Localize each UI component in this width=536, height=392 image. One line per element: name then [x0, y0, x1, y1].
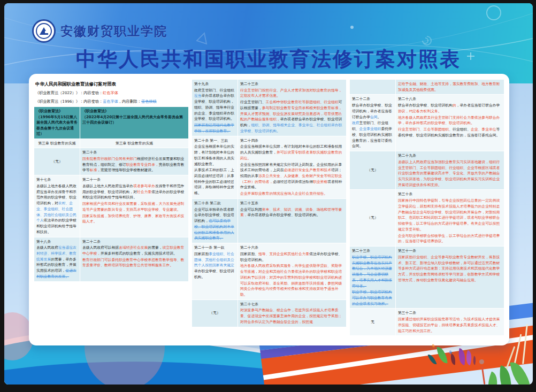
- comparison-row: 第十九条政府主管部门、行业组织应当举办或者联合举办职业学校、职业培训机构，组织、…: [192, 80, 346, 136]
- comparison-row: （无）第二十九条县级以上人民政府应当加强职业教育实习实训基地建设，组织行业主管部…: [350, 151, 504, 190]
- table-column-2: 第十九条政府主管部门、行业组织应当举办或者联合举办职业学校、职业培训机构，组织、…: [192, 80, 346, 340]
- comparison-row: （无）第三十条国家推行中国特色学徒制，引导企业按照岗位总量的一定比例设立学徒岗位…: [350, 190, 504, 247]
- comparison-row: 第十七条县级以上地方各级人民政府应当举办发挥骨干和示范作用的职业学校、职业培训机…: [34, 175, 188, 237]
- law-1996-cell: 第十七条县级以上地方各级人民政府应当举办发挥骨干和示范作用的职业学校、职业培训机…: [34, 175, 80, 236]
- comparison-card: 中华人民共和国职业教育法修订案对照表《职业教育法（2022）》：内容变动：红色字…: [29, 74, 509, 345]
- law-2022-cell: 第二十二条县级人民政府可以根据县域经济社会发展的需要，设立职业教育中心学校，开展…: [80, 237, 188, 281]
- college-logo-icon: [32, 19, 56, 43]
- law-2022-cell: 定给予金融、财政、土地等支持，落实教育费附加、地方教育附加减免及其他税费优惠。: [396, 80, 504, 94]
- college-logo-emblem: [36, 23, 52, 39]
- comparison-row: （无）第二十七条对深度参与产教融合、校企合作，在提升技术技能人才培养质量、促进就…: [192, 300, 346, 327]
- law-2022-cell: 第二十八条联合举办职业学校、职业培训机构的，举办者应当签订联合办学协议，约定各方…: [396, 95, 504, 151]
- comparison-row: 定给予金融、财政、土地等支持，落实教育费附加、地方教育附加减免及其他税费优惠。: [350, 80, 504, 95]
- law-2022-cell: 第二十四条企业应当根据本单位实际，有计划地对本单位的职工和准备招用的人员实施职业…: [238, 136, 346, 198]
- brand-header: 安徽财贸职业学院: [32, 19, 167, 43]
- law-1996-cell: 第三章 职业教育的实施: [34, 139, 80, 148]
- comparison-row: 第二十条 第二款企业可以单独举办或者联合举办职业学校、职业培训机构，也可以委托学…: [192, 199, 346, 243]
- law-1996-cell: 第十八条县级人民政府应当适应农村经济、科学技术、教育统筹发展的需要，举办多种形式…: [34, 237, 80, 281]
- poster-title: 中华人民共和国职业教育法修订案对照表: [4, 46, 533, 73]
- law-2022-cell: 第二十七条对深度参与产教融合、校企合作，在提升技术技能人才培养质量、促进就业中发…: [238, 300, 346, 327]
- comparison-row: 第十八条县级人民政府应当适应农村经济、科学技术、教育统筹发展的需要，举办多种形式…: [34, 237, 188, 282]
- law-1996-cell: 第二十条 第二款企业可以单独举办或者联合举办职业学校、职业培训机构，也可以委托学…: [192, 199, 238, 243]
- law-2022-header: 《职业教育法》 （2022年4月20日第十三届全国人民代表大会常务委员会第三十四…: [80, 107, 188, 139]
- rows-group-3: 定给予金融、财政、土地等支持，落实教育费附加、地方教育附加减免及其他税费优惠。第…: [350, 80, 504, 336]
- preface: 中华人民共和国职业教育法修订案对照表《职业教育法（2022）》：内容变动：红色字…: [35, 81, 187, 104]
- law-1996-cell: 无: [350, 309, 396, 335]
- law-1996-cell: （无）: [350, 151, 396, 189]
- law-1996-header: 《职业教育法》 （1996年5月15日第八届全国人民代表大会常务委员会第十九次会…: [34, 107, 80, 139]
- law-1996-cell: 第二十三条职业学校、职业培训机构实施职业教育应当实行产教结合，为本地区经济建设服…: [350, 247, 396, 308]
- table-column-3: 定给予金融、财政、土地等支持，落实教育费附加、地方教育附加减免及其他税费优惠。第…: [350, 80, 504, 340]
- comparison-row: 无第三十二条国家通过组织开展职业技能竞赛等活动，为技术技能人才提供展示技能、切磋…: [350, 309, 504, 336]
- comparison-row: 第二十一条 第一款国家鼓励事业组织、社会团体、其他社会组织及公民个人按照国家有关…: [192, 243, 346, 300]
- law-2022-cell: 第三章 职业教育的实施: [80, 139, 188, 148]
- law-1996-cell: 第二十条 第一、三款企业应当根据本单位的实际，有计划地对本单位的职工和准备录用的…: [192, 136, 238, 198]
- poster-background: 安徽财贸职业学院 中华人民共和国职业教育法修订案对照表 中华人民共和国职业教育法…: [4, 3, 533, 385]
- rows-group-2: 第十九条政府主管部门、行业组织应当举办或者联合举办职业学校、职业培训机构，组织、…: [192, 80, 346, 327]
- law-1996-cell: 第二十二条联合举办职业学校、职业培训机构，举办者应当签订联合办学合同。政府主管部…: [350, 95, 396, 151]
- law-1996-cell: （无）: [192, 300, 238, 327]
- law-2022-cell: 第二十六条国家鼓励、指导、支持企业和其他社会力量依法举办职业学校、职业培训机构。…: [238, 243, 346, 299]
- comparison-row: 第二十条 第一、三款企业应当根据本单位的实际，有计划地对本单位的职工和准备录用的…: [192, 136, 346, 199]
- table-column-1: 中华人民共和国职业教育法修订案对照表《职业教育法（2022）》：内容变动：红色字…: [34, 80, 188, 340]
- law-2022-cell: 第二十九条县级以上人民政府应当加强职业教育实习实训基地建设，组织行业主管部门、工…: [396, 151, 504, 189]
- law-1996-cell: （无）: [350, 190, 396, 246]
- college-name: 安徽财贸职业学院: [60, 23, 167, 40]
- comparison-row: 第三章 职业教育的实施第三章 职业教育的实施: [34, 139, 188, 149]
- comparison-row: 第二十二条联合举办职业学校、职业培训机构，举办者应当签订联合办学合同。政府主管部…: [350, 95, 504, 151]
- law-1996-cell: [350, 80, 396, 94]
- law-2022-cell: 第二十三条行业主管部门按照行业、产业人才需求加强对职业教育的指导，定期发布人才需…: [238, 80, 346, 136]
- law-1996-cell: （无）: [34, 148, 80, 175]
- rows-group-1: 第三章 职业教育的实施第三章 职业教育的实施（无）第二十条国务院教育行政部门会同…: [34, 139, 188, 282]
- law-2022-cell: 第二十一条县级以上地方人民政府应当举办或者参与举办发挥骨干和示范作用的职业学校、…: [80, 175, 188, 236]
- law-1996-cell: 第十九条政府主管部门、行业组织应当举办或者联合举办职业学校、职业培训机构，组织、…: [192, 80, 238, 136]
- table-header-row: 《职业教育法》 （1996年5月15日第八届全国人民代表大会常务委员会第十九次会…: [34, 107, 188, 139]
- law-1996-cell: 第二十一条 第一款国家鼓励事业组织、社会团体、其他社会组织及公民个人按照国家有关…: [192, 243, 238, 299]
- law-2022-cell: 第二十五条企业可以利用资本、技术、知识、设施、设备、场地和管理等要素，举办或者联…: [238, 199, 346, 243]
- law-2022-cell: 第三十条国家推行中国特色学徒制，引导企业按照岗位总量的一定比例设立学徒岗位，鼓励…: [396, 190, 504, 246]
- comparison-row: （无）第二十条国务院教育行政部门会同有关部门根据经济社会发展需要和职业教育特点，…: [34, 148, 188, 175]
- law-2022-cell: 第三十二条国家通过组织开展职业技能竞赛等活动，为技术技能人才提供展示技能、切磋技…: [396, 309, 504, 335]
- comparison-row: 第二十三条职业学校、职业培训机构实施职业教育应当实行产教结合，为本地区经济建设服…: [350, 247, 504, 309]
- law-2022-cell: 第三十一条国家鼓励行业组织、企业等参与职业教育专业教材开发，将新技术、新工艺、新…: [396, 247, 504, 308]
- gray-dot-decoration: [479, 359, 484, 364]
- law-2022-cell: 第二十条国务院教育行政部门会同有关部门根据经济社会发展需要和职业教育特点，组织制…: [80, 148, 188, 175]
